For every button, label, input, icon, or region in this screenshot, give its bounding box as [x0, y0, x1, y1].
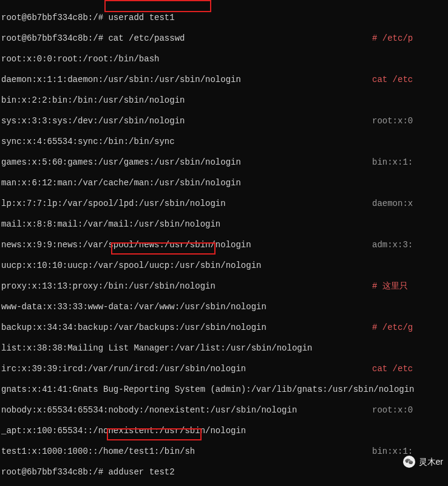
sidebar-line: cat /etc: [372, 364, 448, 374]
cmd-adduser: adduser test2: [108, 467, 174, 477]
passwd-line: games:x:5:60:games:/usr/games:/usr/sbin/…: [1, 157, 372, 168]
sidebar-line: # /etc/p: [372, 33, 448, 44]
sidebar-line: adm:x:3:: [372, 240, 448, 250]
passwd-line: bin:x:2:2:bin:/bin:/usr/sbin/nologin: [1, 95, 372, 106]
passwd-line: irc:x:39:39:ircd:/var/run/ircd:/usr/sbin…: [1, 364, 372, 374]
passwd-line: daemon:x:1:1:daemon:/usr/sbin:/usr/sbin/…: [1, 75, 372, 85]
highlight-box: [107, 428, 202, 440]
passwd-line: nobody:x:65534:65534:nobody:/nonexistent…: [1, 405, 372, 416]
sidebar-line: [372, 385, 448, 395]
sidebar-line: [372, 95, 448, 106]
sidebar-line: cat /etc: [372, 75, 448, 85]
sidebar-line: [372, 13, 448, 23]
sidebar-line: [372, 219, 448, 230]
sidebar-line: [372, 54, 448, 64]
passwd-line: backup:x:34:34:backup:/var/backups:/usr/…: [1, 323, 372, 333]
watermark: 灵木er: [403, 456, 443, 468]
sidebar-line: [372, 261, 448, 271]
sidebar-line: [372, 137, 448, 147]
passwd-line: uucp:x:10:10:uucp:/var/spool/uucp:/usr/s…: [1, 261, 372, 271]
watermark-text: 灵木er: [419, 457, 443, 467]
sidebar-line: # /etc/g: [372, 323, 448, 333]
passwd-line: gnats:x:41:41:Gnats Bug-Reporting System…: [1, 385, 372, 395]
passwd-line: lp:x:7:7:lp:/var/spool/lpd:/usr/sbin/nol…: [1, 199, 372, 209]
sidebar-line: [372, 178, 448, 188]
cmd-cat: cat /etc/passwd: [108, 33, 185, 43]
sidebar-line: [372, 467, 448, 477]
passwd-line: root:x:0:0:root:/root:/bin/bash: [1, 54, 372, 64]
sidebar-line: [372, 302, 448, 312]
passwd-line: proxy:x:13:13:proxy:/bin:/usr/sbin/nolog…: [1, 281, 372, 292]
passwd-line: sys:x:3:3:sys:/dev:/usr/sbin/nologin: [1, 116, 372, 126]
prompt: root@6b7bbf334c8b:/#: [1, 33, 108, 43]
passwd-line: www-data:x:33:33:www-data:/var/www:/usr/…: [1, 302, 372, 312]
sidebar-panel: # /etc/p cat /etc root:x:0 bin:x:1: daem…: [372, 0, 448, 486]
sidebar-line: root:x:0: [372, 116, 448, 126]
sidebar-line: root:x:0: [372, 405, 448, 416]
sidebar-line: # 这里只: [372, 281, 448, 292]
sidebar-line: [372, 343, 448, 354]
wechat-icon: [403, 456, 415, 468]
highlight-box: [111, 242, 216, 255]
passwd-line: list:x:38:38:Mailing List Manager:/var/l…: [1, 343, 372, 354]
passwd-line: sync:x:4:65534:sync:/bin:/bin/sync: [1, 137, 372, 147]
highlight-box: [104, 0, 211, 12]
sidebar-line: bin:x:1:: [372, 157, 448, 168]
sidebar-line: [372, 426, 448, 436]
passwd-line: man:x:6:12:man:/var/cache/man:/usr/sbin/…: [1, 178, 372, 188]
cmd-useradd: useradd test1: [108, 13, 174, 22]
prompt: root@6b7bbf334c8b:/#: [1, 13, 108, 22]
passwd-line: mail:x:8:8:mail:/var/mail:/usr/sbin/nolo…: [1, 219, 372, 230]
prompt: root@6b7bbf334c8b:/#: [1, 467, 108, 477]
passwd-line: test1:x:1000:1000::/home/test1:/bin/sh: [1, 447, 372, 457]
sidebar-line: daemon:x: [372, 199, 448, 209]
